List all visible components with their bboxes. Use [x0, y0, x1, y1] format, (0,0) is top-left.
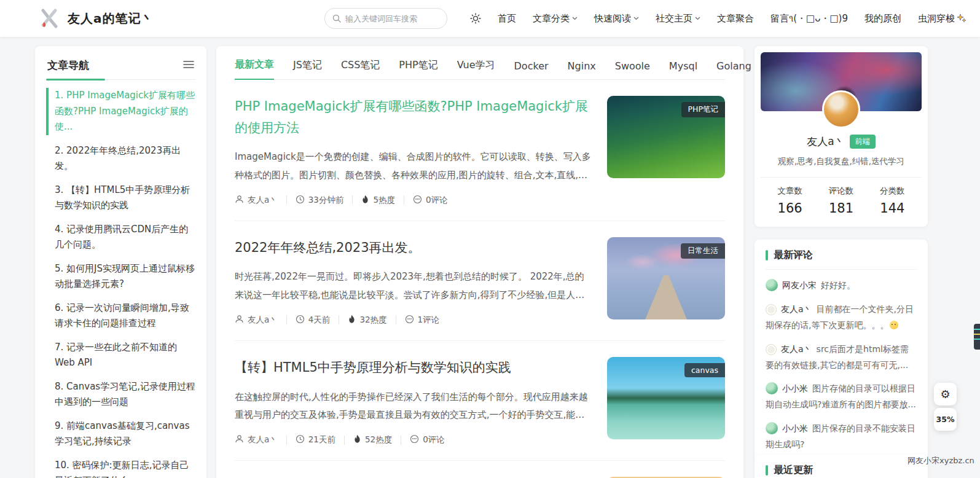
comment-author: 友人a丶: [781, 344, 812, 354]
article-title[interactable]: PHP ImageMagick扩展有哪些函数?PHP ImageMagick扩展…: [235, 96, 591, 138]
toc-item[interactable]: 2. 2022年年终总结,2023再出发。: [46, 143, 195, 174]
top-navbar: 友人a的笔记丶: [0, 0, 980, 37]
stat-comments[interactable]: 评论数 181: [815, 186, 866, 216]
article-comments: 0评论: [426, 195, 448, 206]
tab-golang[interactable]: Golang: [716, 60, 751, 79]
article-card: 记录使用腾讯云CDN后产生的几个问题。 腾讯云 CDN 节点默认连接超时5s,接…: [235, 461, 725, 478]
article-time: 21天前: [308, 434, 335, 445]
stat-categories[interactable]: 分类数 144: [867, 186, 918, 216]
toc-item[interactable]: 7. 记录一些在此之前不知道的Web API: [46, 340, 195, 371]
toc-item[interactable]: 9. 前端canvas基础复习,canvas学习笔记,持续记录: [46, 418, 195, 450]
zoom-level-button[interactable]: 35%: [934, 408, 957, 431]
hamburger-icon[interactable]: [183, 60, 194, 71]
latest-comments-title: 最新评论: [774, 249, 813, 262]
comment-icon: [413, 195, 422, 206]
toc-item[interactable]: 1. PHP ImageMagick扩展有哪些函数?PHP ImageMagic…: [46, 88, 195, 135]
comment-author: 小小米: [782, 423, 808, 433]
article-list-panel: 最新文章 JS笔记 CSS笔记 PHP笔记 Vue学习 Docker Nginx…: [216, 46, 743, 478]
toc-item[interactable]: 5. 如何用JS实现网页上通过鼠标移动批量选择元素?: [46, 261, 195, 292]
avatar: [766, 279, 778, 291]
category-badge: PHP笔记: [681, 102, 725, 117]
tab-swoole[interactable]: Swoole: [615, 60, 650, 79]
search-input[interactable]: [345, 14, 450, 23]
article-author: 友人a丶: [248, 315, 278, 326]
article-thumbnail[interactable]: PHP笔记: [607, 96, 725, 178]
article-title[interactable]: 2022年年终总结,2023再出发。: [235, 237, 591, 259]
divider: [286, 195, 287, 205]
article-title[interactable]: 【转】HTML5中手势原理分析与数学知识的实践: [235, 357, 591, 378]
nav-item-categories[interactable]: 文章分类: [533, 13, 578, 25]
zoom-level-label: 35%: [936, 415, 955, 424]
clock-icon: [296, 195, 305, 206]
category-tabs: 最新文章 JS笔记 CSS笔记 PHP笔记 Vue学习 Docker Nginx…: [235, 58, 725, 80]
accent-bar: [766, 250, 768, 261]
logo-icon: [38, 7, 60, 29]
tab-js[interactable]: JS笔记: [293, 59, 322, 79]
article-time: 4天前: [308, 315, 331, 326]
recent-updates-title: 最近更新: [774, 464, 813, 477]
nav-item-social[interactable]: 社交主页: [656, 13, 700, 25]
nav-item-aggregation[interactable]: 文章聚合: [717, 13, 754, 25]
divider: [339, 315, 339, 324]
comment-author: 网友小宋: [782, 280, 817, 290]
tab-css[interactable]: CSS笔记: [341, 59, 380, 79]
article-comments: 1评论: [418, 315, 440, 326]
tab-latest[interactable]: 最新文章: [235, 58, 274, 80]
avatar: [766, 382, 778, 394]
article-author: 友人a丶: [248, 195, 278, 206]
comment-item[interactable]: 友人a丶目前都在一个文件夹,分日期保存的话,等下次更新吧。。。: [766, 302, 917, 334]
article-meta: 友人a丶 21天前 52热度 0评论: [235, 434, 591, 445]
article-thumbnail[interactable]: canvas: [607, 357, 725, 439]
stat-articles[interactable]: 文章数 166: [764, 186, 815, 216]
tab-docker[interactable]: Docker: [514, 60, 549, 79]
comment-item[interactable]: 友人a丶src后面才是html标签需要的有效链接,其它的都是可有可无,...: [766, 342, 917, 374]
comment-item[interactable]: 小小米图片存储的目录可以根据日期自动生成吗?难道所有的图片都要放...: [766, 381, 917, 413]
avatar[interactable]: [822, 90, 860, 128]
comment-item[interactable]: 网友小宋好好好。: [766, 278, 917, 294]
profile-name[interactable]: 友人a丶: [807, 135, 844, 149]
person-icon: [235, 315, 244, 326]
nav-item-my-original[interactable]: 我的原创: [864, 13, 901, 25]
nav-item-message-board[interactable]: 留言૧(・□ᴗ・□)9: [770, 13, 848, 25]
latest-comments-panel: 最新评论 网友小宋好好好。 友人a丶目前都在一个文件夹,分日期保存的话,等下次更…: [755, 240, 928, 462]
article-excerpt: 在这触控屏的时代,人性化的手势操作已经深入了我们生活的每个部分。现代应用越来越重…: [235, 388, 591, 425]
toc-item[interactable]: 10. 密码保护:更新日志,记录自己最近都更新了什么。: [46, 458, 195, 478]
comment-icon: [410, 434, 419, 445]
watermark-text: 网友小宋xyzbz.cn: [907, 455, 974, 466]
profile-motto: 观察,思考,自我复盘,纠错,迭代学习: [767, 156, 915, 167]
toc-item[interactable]: 8. Canvas学习笔记,记录使用过程中遇到的一些问题: [46, 379, 195, 410]
toc-item[interactable]: 4. 记录使用腾讯云CDN后产生的几个问题。: [46, 222, 195, 253]
article-excerpt: 时光荏苒,2022年一晃而过。即将步入2023年,想着也到总结的时候了。 202…: [235, 268, 591, 304]
search-icon: [332, 14, 341, 23]
person-icon: [235, 434, 244, 445]
tab-vue[interactable]: Vue学习: [457, 59, 495, 79]
article-time: 33分钟前: [308, 195, 344, 206]
accent-bar: [766, 465, 768, 476]
nav-item-wormhole[interactable]: 虫洞穿梭: [918, 13, 966, 25]
article-card: 【转】HTML5中手势原理分析与数学知识的实践 在这触控屏的时代,人性化的手势操…: [235, 341, 725, 461]
tab-php[interactable]: PHP笔记: [399, 59, 437, 79]
article-card: PHP ImageMagick扩展有哪些函数?PHP ImageMagick扩展…: [235, 80, 725, 221]
divider: [396, 315, 396, 324]
clock-icon: [296, 434, 305, 445]
article-thumbnail[interactable]: 日常生活: [607, 237, 725, 319]
comment-item[interactable]: 小小米图片保存的目录不能安装日期生成吗?: [766, 421, 917, 453]
scrollbar-minimap[interactable]: [974, 324, 980, 350]
flame-icon: [353, 434, 361, 445]
theme-toggle-button[interactable]: [470, 13, 481, 24]
profile-card: 友人a丶 前端 观察,思考,自我复盘,纠错,迭代学习 文章数 166 评论数 1…: [755, 46, 928, 227]
toc-item[interactable]: 6. 记录一次访问量瞬间增加,导致请求卡住的问题排查过程: [46, 300, 195, 332]
settings-button[interactable]: ⚙: [934, 383, 957, 406]
nav-item-quick-read[interactable]: 快速阅读: [594, 13, 639, 25]
article-meta: 友人a丶 33分钟前 5热度 0评论: [235, 195, 591, 206]
site-logo[interactable]: 友人a的笔记丶: [38, 0, 154, 37]
category-badge: canvas: [684, 363, 725, 377]
article-heat: 52热度: [365, 434, 392, 445]
toc-title: 文章导航: [47, 58, 89, 72]
divider: [46, 79, 195, 80]
recent-updates-panel: 最近更新: [755, 455, 928, 478]
nav-item-home[interactable]: 首页: [498, 13, 516, 25]
tab-mysql[interactable]: Mysql: [669, 60, 697, 79]
tab-nginx[interactable]: Nginx: [568, 60, 596, 79]
toc-item[interactable]: 3. 【转】HTML5中手势原理分析与数学知识的实践: [46, 182, 195, 214]
